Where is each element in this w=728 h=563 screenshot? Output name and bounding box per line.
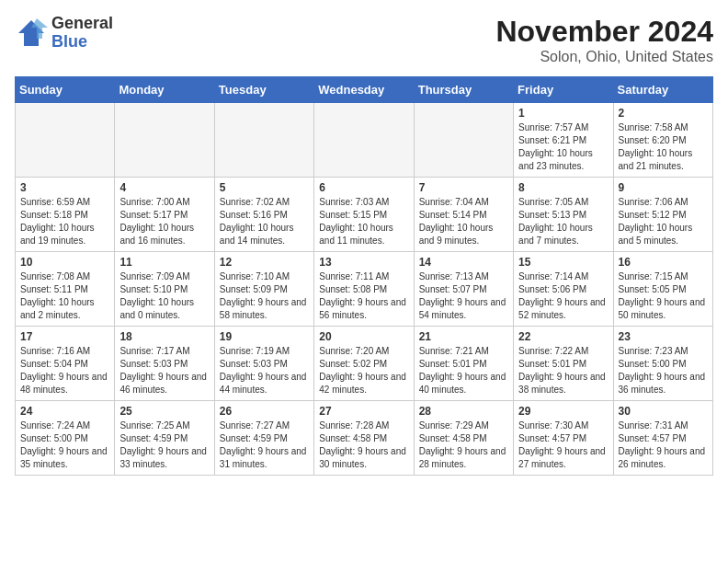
day-info: Sunrise: 7:20 AM Sunset: 5:02 PM Dayligh… xyxy=(319,345,408,396)
day-number: 3 xyxy=(20,181,109,194)
calendar-cell: 21Sunrise: 7:21 AM Sunset: 5:01 PM Dayli… xyxy=(414,327,513,401)
day-info: Sunrise: 6:59 AM Sunset: 5:18 PM Dayligh… xyxy=(20,196,109,247)
day-number: 5 xyxy=(220,181,309,194)
week-row-4: 17Sunrise: 7:16 AM Sunset: 5:04 PM Dayli… xyxy=(16,327,713,401)
calendar-cell xyxy=(115,103,214,178)
day-info: Sunrise: 7:28 AM Sunset: 4:58 PM Dayligh… xyxy=(319,419,408,471)
day-number: 1 xyxy=(518,107,608,120)
day-info: Sunrise: 7:02 AM Sunset: 5:16 PM Dayligh… xyxy=(220,196,309,247)
day-info: Sunrise: 7:24 AM Sunset: 5:00 PM Dayligh… xyxy=(20,419,109,471)
day-number: 14 xyxy=(419,256,508,269)
calendar-cell: 8Sunrise: 7:05 AM Sunset: 5:13 PM Daylig… xyxy=(514,178,613,252)
day-info: Sunrise: 7:57 AM Sunset: 6:21 PM Dayligh… xyxy=(518,121,608,173)
day-info: Sunrise: 7:58 AM Sunset: 6:20 PM Dayligh… xyxy=(619,121,708,173)
calendar-cell: 18Sunrise: 7:17 AM Sunset: 5:03 PM Dayli… xyxy=(115,327,214,401)
logo-text: General Blue xyxy=(51,15,113,52)
calendar-cell: 19Sunrise: 7:19 AM Sunset: 5:03 PM Dayli… xyxy=(214,327,313,401)
day-number: 27 xyxy=(319,405,408,418)
day-number: 20 xyxy=(319,330,408,343)
day-info: Sunrise: 7:05 AM Sunset: 5:13 PM Dayligh… xyxy=(518,196,608,247)
day-info: Sunrise: 7:00 AM Sunset: 5:17 PM Dayligh… xyxy=(119,196,209,247)
day-number: 4 xyxy=(119,181,209,194)
day-info: Sunrise: 7:04 AM Sunset: 5:14 PM Dayligh… xyxy=(419,196,508,247)
calendar-cell: 5Sunrise: 7:02 AM Sunset: 5:16 PM Daylig… xyxy=(214,178,313,252)
calendar-cell: 14Sunrise: 7:13 AM Sunset: 5:07 PM Dayli… xyxy=(414,252,513,327)
day-header-thursday: Thursday xyxy=(414,77,513,103)
day-info: Sunrise: 7:11 AM Sunset: 5:08 PM Dayligh… xyxy=(319,270,408,322)
day-number: 6 xyxy=(319,181,408,194)
calendar-cell: 12Sunrise: 7:10 AM Sunset: 5:09 PM Dayli… xyxy=(214,252,313,327)
day-number: 2 xyxy=(619,107,708,120)
day-info: Sunrise: 7:21 AM Sunset: 5:01 PM Dayligh… xyxy=(419,345,508,396)
title-block: November 2024 Solon, Ohio, United States xyxy=(495,15,713,65)
day-number: 17 xyxy=(20,330,109,343)
calendar-cell: 3Sunrise: 6:59 AM Sunset: 5:18 PM Daylig… xyxy=(16,178,115,252)
calendar-cell: 29Sunrise: 7:30 AM Sunset: 4:57 PM Dayli… xyxy=(514,401,613,476)
calendar-cell: 15Sunrise: 7:14 AM Sunset: 5:06 PM Dayli… xyxy=(514,252,613,327)
calendar-cell: 28Sunrise: 7:29 AM Sunset: 4:58 PM Dayli… xyxy=(414,401,513,476)
day-number: 29 xyxy=(518,405,608,418)
day-info: Sunrise: 7:03 AM Sunset: 5:15 PM Dayligh… xyxy=(319,196,408,247)
calendar-table: SundayMondayTuesdayWednesdayThursdayFrid… xyxy=(15,76,713,476)
week-row-1: 1Sunrise: 7:57 AM Sunset: 6:21 PM Daylig… xyxy=(16,103,713,178)
calendar-cell: 6Sunrise: 7:03 AM Sunset: 5:15 PM Daylig… xyxy=(314,178,414,252)
calendar-cell: 24Sunrise: 7:24 AM Sunset: 5:00 PM Dayli… xyxy=(16,401,115,476)
calendar-cell xyxy=(16,103,115,178)
day-number: 7 xyxy=(419,181,508,194)
day-info: Sunrise: 7:29 AM Sunset: 4:58 PM Dayligh… xyxy=(419,419,508,471)
day-header-friday: Friday xyxy=(514,77,613,103)
day-info: Sunrise: 7:22 AM Sunset: 5:01 PM Dayligh… xyxy=(518,345,608,396)
day-header-wednesday: Wednesday xyxy=(314,77,414,103)
day-header-tuesday: Tuesday xyxy=(214,77,313,103)
day-number: 8 xyxy=(518,181,608,194)
week-row-2: 3Sunrise: 6:59 AM Sunset: 5:18 PM Daylig… xyxy=(16,178,713,252)
day-number: 24 xyxy=(20,405,109,418)
day-info: Sunrise: 7:16 AM Sunset: 5:04 PM Dayligh… xyxy=(20,345,109,396)
day-number: 13 xyxy=(319,256,408,269)
logo: General Blue xyxy=(15,15,113,52)
day-number: 18 xyxy=(119,330,209,343)
calendar-cell: 1Sunrise: 7:57 AM Sunset: 6:21 PM Daylig… xyxy=(514,103,613,178)
day-number: 25 xyxy=(119,405,209,418)
calendar-cell: 9Sunrise: 7:06 AM Sunset: 5:12 PM Daylig… xyxy=(613,178,712,252)
day-info: Sunrise: 7:25 AM Sunset: 4:59 PM Dayligh… xyxy=(119,419,209,471)
calendar-cell: 26Sunrise: 7:27 AM Sunset: 4:59 PM Dayli… xyxy=(214,401,313,476)
calendar-cell: 2Sunrise: 7:58 AM Sunset: 6:20 PM Daylig… xyxy=(613,103,712,178)
day-header-monday: Monday xyxy=(115,77,214,103)
calendar-cell: 22Sunrise: 7:22 AM Sunset: 5:01 PM Dayli… xyxy=(514,327,613,401)
calendar-cell: 13Sunrise: 7:11 AM Sunset: 5:08 PM Dayli… xyxy=(314,252,414,327)
day-number: 15 xyxy=(518,256,608,269)
day-header-sunday: Sunday xyxy=(16,77,115,103)
calendar-cell xyxy=(314,103,414,178)
month-title: November 2024 xyxy=(495,15,713,49)
day-number: 26 xyxy=(220,405,309,418)
day-number: 9 xyxy=(619,181,708,194)
day-number: 19 xyxy=(220,330,309,343)
day-number: 22 xyxy=(518,330,608,343)
week-row-5: 24Sunrise: 7:24 AM Sunset: 5:00 PM Dayli… xyxy=(16,401,713,476)
day-info: Sunrise: 7:06 AM Sunset: 5:12 PM Dayligh… xyxy=(619,196,708,247)
day-info: Sunrise: 7:14 AM Sunset: 5:06 PM Dayligh… xyxy=(518,270,608,322)
day-info: Sunrise: 7:31 AM Sunset: 4:57 PM Dayligh… xyxy=(619,419,708,471)
day-number: 28 xyxy=(419,405,508,418)
day-info: Sunrise: 7:27 AM Sunset: 4:59 PM Dayligh… xyxy=(220,419,309,471)
day-info: Sunrise: 7:30 AM Sunset: 4:57 PM Dayligh… xyxy=(518,419,608,471)
day-number: 16 xyxy=(619,256,708,269)
day-info: Sunrise: 7:10 AM Sunset: 5:09 PM Dayligh… xyxy=(220,270,309,322)
header: General Blue November 2024 Solon, Ohio, … xyxy=(15,15,713,65)
day-number: 11 xyxy=(119,256,209,269)
calendar-cell: 17Sunrise: 7:16 AM Sunset: 5:04 PM Dayli… xyxy=(16,327,115,401)
calendar-cell: 27Sunrise: 7:28 AM Sunset: 4:58 PM Dayli… xyxy=(314,401,414,476)
calendar-cell: 7Sunrise: 7:04 AM Sunset: 5:14 PM Daylig… xyxy=(414,178,513,252)
calendar-cell xyxy=(414,103,513,178)
day-number: 30 xyxy=(619,405,708,418)
day-info: Sunrise: 7:08 AM Sunset: 5:11 PM Dayligh… xyxy=(20,270,109,322)
day-number: 21 xyxy=(419,330,508,343)
day-number: 12 xyxy=(220,256,309,269)
calendar-cell: 20Sunrise: 7:20 AM Sunset: 5:02 PM Dayli… xyxy=(314,327,414,401)
day-number: 23 xyxy=(619,330,708,343)
calendar-cell: 10Sunrise: 7:08 AM Sunset: 5:11 PM Dayli… xyxy=(16,252,115,327)
calendar-cell: 23Sunrise: 7:23 AM Sunset: 5:00 PM Dayli… xyxy=(613,327,712,401)
logo-icon xyxy=(15,17,48,50)
day-number: 10 xyxy=(20,256,109,269)
